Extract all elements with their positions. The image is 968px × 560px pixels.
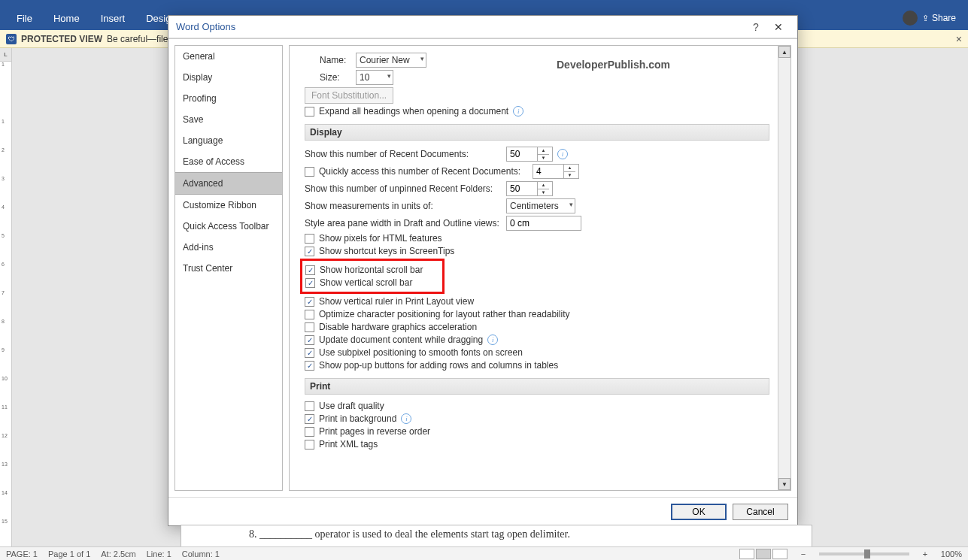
bg-checkbox[interactable]	[305, 414, 314, 424]
vruler-label: Show vertical ruler in Print Layout view	[319, 296, 474, 307]
ribbon-tab-home[interactable]: Home	[43, 7, 90, 30]
subpixel-label: Use subpixel positioning to smooth fonts…	[319, 347, 523, 358]
zoom-slider[interactable]	[819, 552, 909, 555]
shield-icon: 🛡	[6, 34, 17, 44]
hw-accel-checkbox[interactable]	[305, 322, 314, 332]
spin-up-icon[interactable]: ▲	[564, 165, 575, 172]
font-size-combo[interactable]: 10▾	[356, 70, 393, 85]
ribbon-tab-file[interactable]: File	[6, 7, 43, 30]
quick-access-spinner[interactable]: ▲▼	[533, 164, 579, 179]
titlebar	[0, 0, 968, 6]
zoom-thumb[interactable]	[864, 549, 870, 558]
recent-docs-spinner[interactable]: ▲▼	[506, 147, 553, 162]
nav-quick-access-toolbar[interactable]: Quick Access Toolbar	[175, 216, 282, 237]
nav-save[interactable]: Save	[175, 109, 282, 130]
vscroll-checkbox[interactable]	[305, 278, 315, 288]
info-icon[interactable]: i	[557, 149, 568, 159]
quick-access-label: Quickly access this number of Recent Doc…	[319, 166, 528, 177]
optimize-label: Optimize character positioning for layou…	[319, 309, 570, 319]
unpinned-spinner[interactable]: ▲▼	[506, 181, 553, 196]
chevron-down-icon: ▾	[420, 55, 424, 62]
dragging-checkbox[interactable]	[305, 335, 314, 345]
vruler-checkbox[interactable]	[305, 297, 314, 307]
pixels-label: Show pixels for HTML features	[319, 233, 442, 244]
zoom-in-button[interactable]: +	[920, 549, 930, 558]
style-area-input[interactable]	[506, 216, 581, 231]
dialog-titlebar: Word Options ? ✕	[168, 16, 797, 38]
spin-down-icon[interactable]: ▼	[564, 172, 575, 179]
document-line: 8. __________ operator is used to deal t…	[249, 528, 570, 540]
xml-label: Print XML tags	[319, 439, 378, 450]
view-web-button[interactable]	[772, 549, 787, 559]
scroll-up-button[interactable]: ▲	[778, 46, 790, 58]
expand-headings-checkbox[interactable]	[305, 107, 314, 117]
zoom-level[interactable]: 100%	[941, 549, 962, 558]
dialog-title: Word Options	[176, 21, 235, 32]
nav-trust-center[interactable]: Trust Center	[175, 258, 282, 279]
units-label: Show measurements in units of:	[305, 201, 502, 211]
quick-access-checkbox[interactable]	[305, 167, 314, 177]
chevron-down-icon: ▾	[387, 72, 391, 80]
nav-customize-ribbon[interactable]: Customize Ribbon	[175, 195, 282, 216]
ok-button[interactable]: OK	[671, 504, 727, 520]
spin-up-icon[interactable]: ▲	[538, 182, 549, 189]
status-bar: PAGE: 1 Page 1 of 1 At: 2.5cm Line: 1 Co…	[0, 546, 968, 560]
status-page-a: PAGE: 1	[6, 549, 38, 558]
info-icon[interactable]: i	[513, 106, 523, 117]
spin-down-icon[interactable]: ▼	[538, 155, 549, 162]
watermark: DeveloperPublish.com	[557, 59, 670, 71]
info-icon[interactable]: i	[487, 334, 498, 345]
popup-label: Show pop-up buttons for adding rows and …	[319, 360, 558, 371]
cancel-button[interactable]: Cancel	[733, 504, 788, 520]
shortcut-checkbox[interactable]	[305, 247, 314, 256]
spin-up-icon[interactable]: ▲	[538, 147, 549, 155]
info-icon[interactable]: i	[401, 413, 411, 424]
font-substitution-button[interactable]: Font Substitution...	[305, 87, 393, 104]
section-print: Print	[305, 378, 769, 395]
xml-checkbox[interactable]	[305, 440, 314, 450]
share-button[interactable]: ⇪ Share	[922, 13, 956, 23]
dialog-close-button[interactable]: ✕	[767, 21, 790, 33]
section-display: Display	[305, 124, 769, 141]
dialog-footer: OK Cancel	[168, 497, 797, 525]
recent-docs-label: Show this number of Recent Documents:	[305, 149, 502, 159]
dialog-help-button[interactable]: ?	[745, 21, 767, 33]
font-name-label: Name:	[320, 55, 351, 65]
font-name-combo[interactable]: Courier New▾	[356, 53, 426, 68]
status-line: Line: 1	[147, 549, 171, 558]
units-combo[interactable]: Centimeters▾	[506, 198, 575, 213]
reverse-checkbox[interactable]	[305, 427, 314, 437]
dragging-label: Update document content while dragging	[319, 334, 483, 345]
draft-checkbox[interactable]	[305, 401, 314, 411]
optimize-checkbox[interactable]	[305, 310, 314, 319]
zoom-out-button[interactable]: −	[798, 549, 809, 558]
nav-advanced[interactable]: Advanced	[175, 172, 282, 195]
hscroll-label: Show horizontal scroll bar	[320, 265, 423, 275]
view-read-button[interactable]	[739, 549, 754, 559]
nav-add-ins[interactable]: Add-ins	[175, 237, 282, 258]
spin-down-icon[interactable]: ▼	[538, 189, 549, 196]
hw-accel-label: Disable hardware graphics acceleration	[319, 322, 477, 332]
ribbon-tab-insert[interactable]: Insert	[90, 7, 136, 30]
vscroll-label: Show vertical scroll bar	[320, 277, 412, 288]
pixels-checkbox[interactable]	[305, 234, 314, 244]
dialog-scrollbar[interactable]: ▲ ▼	[778, 46, 790, 490]
nav-proofing[interactable]: Proofing	[175, 88, 282, 109]
status-page-b: Page 1 of 1	[48, 549, 90, 558]
scroll-down-button[interactable]: ▼	[778, 478, 790, 490]
document-page: 8. __________ operator is used to deal t…	[181, 525, 812, 547]
view-print-layout-button[interactable]	[756, 549, 771, 559]
popup-checkbox[interactable]	[305, 361, 314, 371]
view-buttons	[739, 549, 787, 559]
unpinned-label: Show this number of unpinned Recent Fold…	[305, 183, 502, 194]
avatar[interactable]	[903, 11, 918, 26]
hscroll-checkbox[interactable]	[305, 265, 315, 275]
nav-general[interactable]: General	[175, 46, 282, 67]
nav-language[interactable]: Language	[175, 130, 282, 151]
nav-display[interactable]: Display	[175, 67, 282, 88]
protected-close-button[interactable]: ×	[956, 33, 962, 45]
subpixel-checkbox[interactable]	[305, 348, 314, 358]
nav-ease-of-access[interactable]: Ease of Access	[175, 151, 282, 172]
status-at: At: 2.5cm	[101, 549, 135, 558]
dialog-content: Name: Courier New▾ Size: 10▾ Font Substi…	[289, 45, 791, 491]
